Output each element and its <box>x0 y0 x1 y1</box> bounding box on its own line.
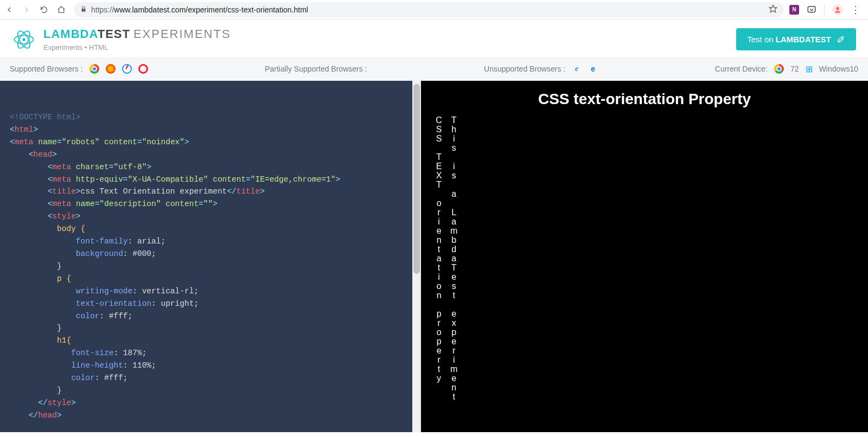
profile-avatar[interactable] <box>832 4 843 15</box>
windows-icon: ⊞ <box>806 64 813 74</box>
preview-paragraph-2: This is a LambdaTest experiment <box>449 115 459 401</box>
safari-icon <box>122 64 132 74</box>
ie-icon: e <box>572 64 582 74</box>
test-on-lambdatest-button[interactable]: Test on LAMBDATEST <box>736 28 856 50</box>
browser-toolbar: https://www.lambdatest.com/experiment/cs… <box>0 0 868 20</box>
svg-marker-0 <box>769 5 776 12</box>
firefox-icon <box>106 64 116 74</box>
preview-paragraph-1: CSS TEXT orientation property <box>434 115 444 401</box>
separator <box>824 4 825 15</box>
preview-pane: CSS text-orientation Property CSS TEXT o… <box>421 81 868 432</box>
url-text: https://www.lambdatest.com/experiment/cs… <box>91 5 764 14</box>
forward-button[interactable] <box>22 5 31 15</box>
opera-icon <box>138 64 148 74</box>
chrome-icon <box>90 64 99 74</box>
unsupported-label: Unsupported Browsers : <box>484 65 565 73</box>
breadcrumb: Experiments • HTML <box>43 43 231 52</box>
edge-icon: e <box>588 64 598 74</box>
partial-label: Partially Supported Browsers : <box>265 65 367 73</box>
device-version: 72 <box>790 65 799 73</box>
reload-button[interactable] <box>39 5 49 15</box>
svg-rect-1 <box>808 7 815 12</box>
rocket-icon <box>837 35 845 44</box>
device-label: Current Device: <box>715 65 768 73</box>
supported-label: Supported Browsers : <box>10 65 83 73</box>
main-content: <!DOCTYPE html> <html> <meta name="robot… <box>0 81 868 432</box>
scrollbar-thumb[interactable] <box>413 84 420 274</box>
svg-point-2 <box>836 7 839 10</box>
code-editor-pane[interactable]: <!DOCTYPE html> <html> <meta name="robot… <box>0 81 421 432</box>
logo-text: LAMBDATESTEXPERIMENTS <box>43 27 231 41</box>
kebab-menu-icon[interactable]: ⋮ <box>851 4 860 16</box>
scrollbar[interactable] <box>412 81 421 432</box>
code-content: <!DOCTYPE html> <html> <meta name="robot… <box>0 81 421 432</box>
extension-onenote-icon[interactable]: N <box>789 5 799 15</box>
site-header: LAMBDATESTEXPERIMENTS Experiments • HTML… <box>0 20 868 57</box>
chrome-icon <box>774 64 784 74</box>
extension-pocket-icon[interactable] <box>807 5 816 15</box>
device-os: Windows10 <box>819 65 858 73</box>
address-bar[interactable]: https://www.lambdatest.com/experiment/cs… <box>74 2 784 17</box>
lambdatest-logo-icon <box>12 28 36 52</box>
back-button[interactable] <box>4 5 14 15</box>
star-icon[interactable] <box>769 4 777 15</box>
lock-icon <box>80 5 87 14</box>
preview-heading: CSS text-orientation Property <box>434 91 855 108</box>
svg-point-6 <box>22 38 25 41</box>
browser-support-strip: Supported Browsers : Partially Supported… <box>0 57 868 81</box>
home-button[interactable] <box>56 5 66 15</box>
